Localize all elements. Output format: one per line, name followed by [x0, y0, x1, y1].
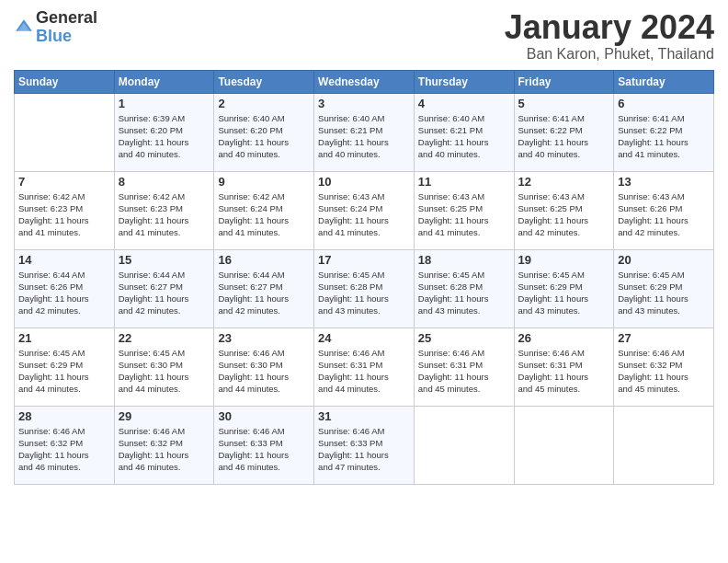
cell-info: Sunrise: 6:45 AMSunset: 6:28 PMDaylight:… — [318, 269, 410, 317]
day-number: 18 — [418, 253, 510, 267]
cell-info: Sunrise: 6:44 AMSunset: 6:26 PMDaylight:… — [18, 269, 110, 317]
week-row-2: 7Sunrise: 6:42 AMSunset: 6:23 PMDaylight… — [15, 171, 714, 249]
calendar-cell: 8Sunrise: 6:42 AMSunset: 6:23 PMDaylight… — [114, 171, 214, 249]
title-block: January 2024 Ban Karon, Phuket, Thailand — [505, 9, 714, 63]
day-number: 10 — [318, 175, 410, 189]
day-number: 6 — [618, 97, 710, 110]
cell-info: Sunrise: 6:44 AMSunset: 6:27 PMDaylight:… — [218, 269, 310, 317]
logo: General Blue — [14, 9, 97, 46]
cell-info: Sunrise: 6:44 AMSunset: 6:27 PMDaylight:… — [119, 269, 210, 317]
week-row-3: 14Sunrise: 6:44 AMSunset: 6:26 PMDayligh… — [15, 249, 714, 327]
calendar-cell — [414, 406, 514, 484]
day-header-thursday: Thursday — [414, 70, 514, 93]
calendar-cell: 25Sunrise: 6:46 AMSunset: 6:31 PMDayligh… — [414, 327, 514, 406]
cell-info: Sunrise: 6:45 AMSunset: 6:29 PMDaylight:… — [18, 347, 110, 396]
day-number: 31 — [318, 409, 410, 423]
cell-info: Sunrise: 6:40 AMSunset: 6:21 PMDaylight:… — [418, 112, 510, 161]
calendar-cell: 4Sunrise: 6:40 AMSunset: 6:21 PMDaylight… — [414, 93, 514, 171]
calendar-cell: 23Sunrise: 6:46 AMSunset: 6:30 PMDayligh… — [214, 327, 314, 406]
day-header-wednesday: Wednesday — [314, 70, 415, 93]
day-number: 29 — [119, 409, 210, 423]
day-number: 23 — [218, 331, 310, 345]
cell-info: Sunrise: 6:45 AMSunset: 6:30 PMDaylight:… — [119, 347, 210, 396]
day-number: 17 — [318, 253, 410, 267]
day-number: 21 — [18, 331, 110, 345]
day-number: 3 — [318, 97, 410, 110]
cell-info: Sunrise: 6:46 AMSunset: 6:31 PMDaylight:… — [518, 347, 610, 396]
day-number: 14 — [18, 253, 110, 267]
day-number: 24 — [318, 331, 410, 345]
day-number: 9 — [218, 175, 310, 189]
location: Ban Karon, Phuket, Thailand — [505, 46, 714, 63]
day-number: 28 — [18, 409, 110, 423]
calendar-cell: 2Sunrise: 6:40 AMSunset: 6:20 PMDaylight… — [214, 93, 314, 171]
calendar-table: SundayMondayTuesdayWednesdayThursdayFrid… — [14, 70, 714, 485]
calendar-cell: 13Sunrise: 6:43 AMSunset: 6:26 PMDayligh… — [614, 171, 714, 249]
day-header-monday: Monday — [114, 70, 214, 93]
page-header: General Blue January 2024 Ban Karon, Phu… — [14, 9, 714, 63]
day-number: 16 — [218, 253, 310, 267]
day-number: 4 — [418, 97, 510, 110]
day-number: 27 — [618, 331, 710, 345]
cell-info: Sunrise: 6:46 AMSunset: 6:31 PMDaylight:… — [418, 347, 510, 396]
logo-blue: Blue — [36, 28, 97, 46]
logo-icon — [14, 17, 34, 38]
week-row-1: 1Sunrise: 6:39 AMSunset: 6:20 PMDaylight… — [15, 93, 714, 171]
calendar-cell: 14Sunrise: 6:44 AMSunset: 6:26 PMDayligh… — [15, 249, 115, 327]
calendar-cell: 19Sunrise: 6:45 AMSunset: 6:29 PMDayligh… — [514, 249, 614, 327]
day-number: 7 — [18, 175, 110, 189]
cell-info: Sunrise: 6:43 AMSunset: 6:26 PMDaylight:… — [618, 190, 710, 239]
calendar-cell: 22Sunrise: 6:45 AMSunset: 6:30 PMDayligh… — [114, 327, 214, 406]
day-number: 30 — [218, 409, 310, 423]
cell-info: Sunrise: 6:41 AMSunset: 6:22 PMDaylight:… — [618, 112, 710, 161]
cell-info: Sunrise: 6:45 AMSunset: 6:29 PMDaylight:… — [518, 269, 610, 317]
day-number: 19 — [518, 253, 610, 267]
calendar-cell: 24Sunrise: 6:46 AMSunset: 6:31 PMDayligh… — [314, 327, 415, 406]
day-number: 20 — [618, 253, 710, 267]
cell-info: Sunrise: 6:46 AMSunset: 6:30 PMDaylight:… — [218, 347, 310, 396]
calendar-cell: 7Sunrise: 6:42 AMSunset: 6:23 PMDaylight… — [15, 171, 115, 249]
cell-info: Sunrise: 6:46 AMSunset: 6:32 PMDaylight:… — [618, 347, 710, 396]
day-number: 25 — [418, 331, 510, 345]
calendar-cell: 11Sunrise: 6:43 AMSunset: 6:25 PMDayligh… — [414, 171, 514, 249]
day-number: 5 — [518, 97, 610, 110]
cell-info: Sunrise: 6:46 AMSunset: 6:32 PMDaylight:… — [119, 425, 210, 474]
day-number: 8 — [119, 175, 210, 189]
day-number: 26 — [518, 331, 610, 345]
cell-info: Sunrise: 6:45 AMSunset: 6:29 PMDaylight:… — [618, 269, 710, 317]
calendar-cell: 5Sunrise: 6:41 AMSunset: 6:22 PMDaylight… — [514, 93, 614, 171]
calendar-cell: 12Sunrise: 6:43 AMSunset: 6:25 PMDayligh… — [514, 171, 614, 249]
logo-text: General Blue — [36, 9, 97, 46]
calendar-cell: 26Sunrise: 6:46 AMSunset: 6:31 PMDayligh… — [514, 327, 614, 406]
calendar-cell: 15Sunrise: 6:44 AMSunset: 6:27 PMDayligh… — [114, 249, 214, 327]
cell-info: Sunrise: 6:43 AMSunset: 6:25 PMDaylight:… — [418, 190, 510, 239]
calendar-cell: 28Sunrise: 6:46 AMSunset: 6:32 PMDayligh… — [15, 406, 115, 484]
calendar-cell — [514, 406, 614, 484]
day-number: 15 — [119, 253, 210, 267]
day-header-friday: Friday — [514, 70, 614, 93]
calendar-cell: 10Sunrise: 6:43 AMSunset: 6:24 PMDayligh… — [314, 171, 415, 249]
calendar-cell: 30Sunrise: 6:46 AMSunset: 6:33 PMDayligh… — [214, 406, 314, 484]
calendar-cell: 1Sunrise: 6:39 AMSunset: 6:20 PMDaylight… — [114, 93, 214, 171]
calendar-cell: 21Sunrise: 6:45 AMSunset: 6:29 PMDayligh… — [15, 327, 115, 406]
cell-info: Sunrise: 6:40 AMSunset: 6:20 PMDaylight:… — [218, 112, 310, 161]
calendar-cell: 20Sunrise: 6:45 AMSunset: 6:29 PMDayligh… — [614, 249, 714, 327]
calendar-cell: 9Sunrise: 6:42 AMSunset: 6:24 PMDaylight… — [214, 171, 314, 249]
day-number: 22 — [119, 331, 210, 345]
cell-info: Sunrise: 6:42 AMSunset: 6:24 PMDaylight:… — [218, 190, 310, 239]
month-title: January 2024 — [505, 9, 714, 46]
cell-info: Sunrise: 6:39 AMSunset: 6:20 PMDaylight:… — [119, 112, 210, 161]
calendar-cell: 18Sunrise: 6:45 AMSunset: 6:28 PMDayligh… — [414, 249, 514, 327]
cell-info: Sunrise: 6:46 AMSunset: 6:33 PMDaylight:… — [318, 425, 410, 474]
calendar-cell — [614, 406, 714, 484]
calendar-cell: 27Sunrise: 6:46 AMSunset: 6:32 PMDayligh… — [614, 327, 714, 406]
calendar-cell: 31Sunrise: 6:46 AMSunset: 6:33 PMDayligh… — [314, 406, 415, 484]
day-number: 2 — [218, 97, 310, 110]
day-header-sunday: Sunday — [15, 70, 115, 93]
week-row-5: 28Sunrise: 6:46 AMSunset: 6:32 PMDayligh… — [15, 406, 714, 484]
cell-info: Sunrise: 6:43 AMSunset: 6:24 PMDaylight:… — [318, 190, 410, 239]
calendar-cell: 17Sunrise: 6:45 AMSunset: 6:28 PMDayligh… — [314, 249, 415, 327]
day-number: 1 — [119, 97, 210, 110]
cell-info: Sunrise: 6:46 AMSunset: 6:31 PMDaylight:… — [318, 347, 410, 396]
logo-general: General — [36, 9, 97, 28]
